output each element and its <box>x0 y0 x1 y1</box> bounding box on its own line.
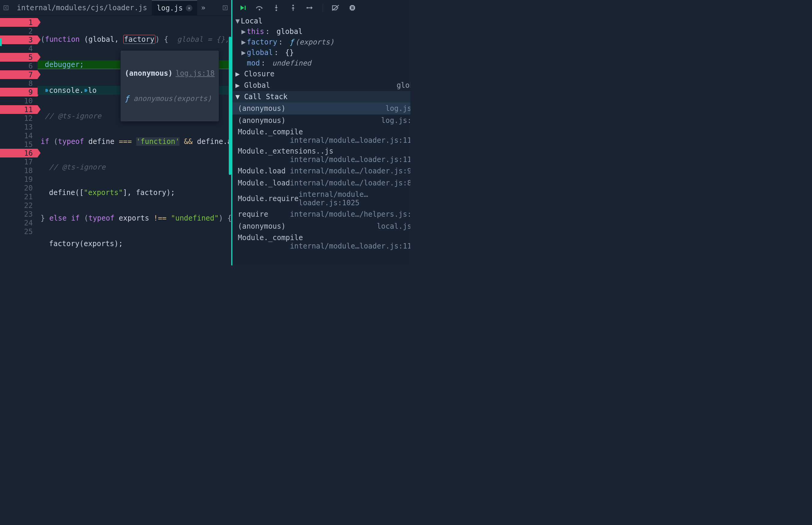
call-stack-header[interactable]: ▼ Call Stack <box>232 91 410 103</box>
gutter-line[interactable]: 2 <box>0 27 38 35</box>
stack-location: internal/module…/loader.js:985 <box>290 167 410 175</box>
step-icon[interactable] <box>306 4 314 12</box>
editor-tabs: internal/modules/cjs/loader.js log.js × … <box>0 0 231 16</box>
scope-panel: ▼Local ▶this: global ▶factory: ƒ (export… <box>232 16 410 91</box>
gutter-line[interactable]: 21 <box>0 192 38 201</box>
gutter-line[interactable]: 14 <box>0 131 38 140</box>
gutter-line[interactable]: 17 <box>0 158 38 166</box>
stack-fn: Module.require <box>238 194 298 203</box>
stack-location: internal/module…loader.js:1134 <box>290 242 410 250</box>
gutter-line[interactable]: 10 <box>0 96 38 105</box>
tab-label: internal/modules/cjs/loader.js <box>17 4 147 12</box>
scope-item[interactable]: mod: undefined <box>241 58 410 68</box>
debug-toolbar <box>232 0 410 16</box>
step-over-icon[interactable] <box>255 4 264 12</box>
stack-location: local.js:2 <box>377 222 410 230</box>
gutter-line[interactable]: 13 <box>0 123 38 131</box>
gutter-line[interactable]: 1 <box>0 18 38 27</box>
stack-location: internal/module…loader.js:1025 <box>298 190 410 207</box>
svg-rect-7 <box>352 6 352 9</box>
gutter-line[interactable]: 25 <box>0 227 38 236</box>
scope-local-header[interactable]: ▼Local <box>232 16 410 26</box>
hover-tooltip: (anonymous)log.js:18 ƒ anonymous(exports… <box>120 50 219 122</box>
stack-fn: (anonymous) <box>238 222 285 230</box>
tab-loader[interactable]: internal/modules/cjs/loader.js <box>12 0 152 16</box>
call-stack-frame[interactable]: Module._compileinternal/module…loader.js… <box>232 232 410 252</box>
gutter-line[interactable]: 12 <box>0 114 38 123</box>
chevron-right-icon: ▶ <box>241 48 246 57</box>
step-into-icon[interactable] <box>272 4 280 12</box>
scope-closure-header[interactable]: ▶ Closure <box>232 68 410 80</box>
svg-rect-0 <box>4 6 8 10</box>
call-stack-frame[interactable]: requireinternal/module…/helpers.js:72 <box>232 208 410 220</box>
gutter-line[interactable]: 22 <box>0 201 38 210</box>
chevron-right-icon: ▶ <box>235 70 240 78</box>
stack-fn: (anonymous) <box>238 116 285 125</box>
code-body[interactable]: (function (global, factory) { global = {… <box>38 16 231 265</box>
chevron-right-icon: ▶ <box>235 81 240 90</box>
call-stack-frame[interactable]: Module._compileinternal/module…loader.js… <box>232 126 410 146</box>
deactivate-breakpoints-icon[interactable] <box>331 4 340 12</box>
exec-arrow-icon <box>45 88 49 93</box>
scope-global-header[interactable]: ▶ Globalglobal <box>232 80 410 91</box>
stack-location: log.js:18 <box>381 116 410 125</box>
close-icon[interactable]: × <box>186 5 192 11</box>
gutter-line[interactable]: 15 <box>0 140 38 149</box>
stack-location: log.js:2 <box>385 104 410 113</box>
gutter-line[interactable]: 3 <box>0 35 38 44</box>
step-out-icon[interactable] <box>289 4 297 12</box>
svg-rect-2 <box>245 6 246 10</box>
call-stack-frame[interactable]: (anonymous)log.js:2 <box>232 103 410 115</box>
tab-overflow-icon[interactable]: » <box>197 4 209 12</box>
call-stack-frame[interactable]: Module.requireinternal/module…loader.js:… <box>232 189 410 208</box>
call-stack-frame[interactable]: Module.loadinternal/module…/loader.js:98… <box>232 165 410 177</box>
call-stack-panel: ▼ Call Stack (anonymous)log.js:2(anonymo… <box>232 91 410 252</box>
exec-arrow-icon <box>84 88 88 93</box>
svg-rect-8 <box>353 6 354 9</box>
tab-prev-icon[interactable] <box>0 2 12 14</box>
gutter-line[interactable]: 20 <box>0 184 38 192</box>
gutter-line[interactable]: 9 <box>0 88 38 96</box>
pause-exceptions-icon[interactable] <box>348 4 356 12</box>
svg-rect-1 <box>223 6 227 10</box>
tooltip-location-link[interactable]: log.js:18 <box>176 69 215 77</box>
svg-point-6 <box>307 7 308 9</box>
scope-item[interactable]: ▶global: {} <box>241 47 410 58</box>
code-editor[interactable]: 1 2 3 4 5 6 7 8 9 10 11 12 13 14 15 16 1… <box>0 16 231 265</box>
tab-next-icon[interactable] <box>219 2 231 14</box>
scope-item[interactable]: ▶this: global <box>241 26 410 37</box>
svg-point-3 <box>259 9 260 11</box>
gutter-line[interactable]: 23 <box>0 210 38 219</box>
gutter-line[interactable]: 19 <box>0 175 38 184</box>
scope-item[interactable]: ▶factory: ƒ (exports) <box>241 37 410 47</box>
gutter-line[interactable]: 18 <box>0 166 38 175</box>
stack-fn: Module._load <box>238 179 290 187</box>
call-stack-frame[interactable]: (anonymous)local.js:2 <box>232 220 410 232</box>
stack-location: internal/module…/helpers.js:72 <box>290 210 410 219</box>
gutter-line[interactable]: 7 <box>0 70 38 79</box>
line-gutter: 1 2 3 4 5 6 7 8 9 10 11 12 13 14 15 16 1… <box>0 16 38 265</box>
tab-log[interactable]: log.js × <box>152 0 197 16</box>
stack-fn: Module._compile <box>238 234 410 242</box>
tab-label: log.js <box>157 4 183 12</box>
editor-scrollbar[interactable] <box>229 37 231 175</box>
call-stack-frame[interactable]: Module._loadinternal/module…/loader.js:8… <box>232 177 410 189</box>
gutter-line[interactable]: 5 <box>0 53 38 62</box>
stack-fn: require <box>238 210 268 219</box>
gutter-line[interactable]: 4 <box>0 44 38 53</box>
stack-location: internal/module…/loader.js:878 <box>290 179 410 187</box>
stack-location: internal/module…loader.js:1137 <box>290 136 410 145</box>
resume-icon[interactable] <box>238 4 247 12</box>
stack-fn: (anonymous) <box>238 104 285 113</box>
call-stack-frame[interactable]: (anonymous)log.js:18 <box>232 115 410 126</box>
gutter-line[interactable]: 16 <box>0 149 38 158</box>
call-stack-frame[interactable]: Module._extensions..jsinternal/module…lo… <box>232 146 410 165</box>
chevron-right-icon: ▶ <box>241 38 246 46</box>
chevron-right-icon: ▶ <box>241 27 246 36</box>
chevron-down-icon: ▼ <box>235 93 240 101</box>
gutter-line[interactable]: 8 <box>0 79 38 88</box>
gutter-line[interactable]: 6 <box>0 62 38 70</box>
gutter-line[interactable]: 11 <box>0 105 38 114</box>
gutter-line[interactable]: 24 <box>0 219 38 227</box>
svg-point-5 <box>293 5 294 6</box>
